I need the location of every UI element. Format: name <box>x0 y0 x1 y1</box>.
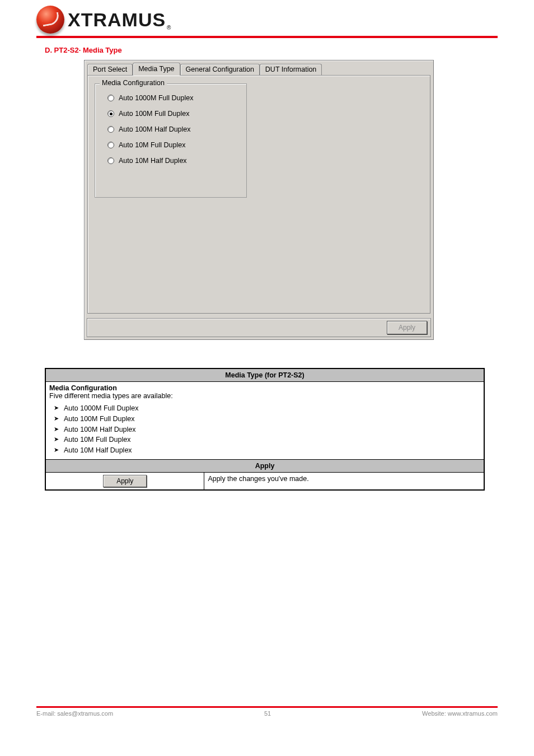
tab-label: Port Select <box>93 66 127 73</box>
logo-ball-icon <box>36 6 64 34</box>
page-footer: E-mail: sales@xtramus.com 51 Website: ww… <box>36 706 498 717</box>
radio-auto-100m-full[interactable]: Auto 100M Full Duplex <box>107 110 246 118</box>
table-header-apply: Apply <box>45 459 484 472</box>
radio-auto-10m-half[interactable]: Auto 10M Half Duplex <box>107 157 246 165</box>
tab-media-type[interactable]: Media Type <box>133 63 180 76</box>
list-item-label: Auto 100M Full Duplex <box>64 415 134 423</box>
footer-center: 51 <box>264 710 271 717</box>
radio-auto-1000m-full[interactable]: Auto 1000M Full Duplex <box>107 94 246 102</box>
media-config-cell: Media Configuration Five different media… <box>45 382 484 460</box>
list-item: Auto 100M Half Duplex <box>54 424 480 435</box>
apply-button-label: Apply <box>399 324 415 332</box>
media-intro: Five different media types are available… <box>49 392 480 400</box>
media-title: Media Configuration <box>49 384 117 392</box>
tab-label: Media Type <box>138 65 174 73</box>
list-item: Auto 100M Full Duplex <box>54 414 480 424</box>
groupbox-title: Media Configuration <box>100 79 167 87</box>
radio-auto-100m-half[interactable]: Auto 100M Half Duplex <box>107 125 246 133</box>
radio-label: Auto 100M Half Duplex <box>119 125 191 133</box>
tab-label: General Configuration <box>186 66 254 73</box>
radio-icon <box>107 157 114 164</box>
radio-icon <box>107 95 114 101</box>
config-window: Port Select Media Type General Configura… <box>84 60 434 340</box>
radio-label: Auto 10M Full Duplex <box>119 141 186 149</box>
list-item-label: Auto 100M Half Duplex <box>64 426 136 433</box>
table-header-media: Media Type (for PT2-S2) <box>45 368 484 382</box>
description-table: Media Type (for PT2-S2) Media Configurat… <box>45 368 485 491</box>
brand-reg: ® <box>167 25 171 31</box>
brand-logo: XTRAMUS® <box>36 6 498 36</box>
radio-icon <box>107 126 114 133</box>
footer-left: E-mail: sales@xtramus.com <box>36 710 113 717</box>
radio-icon <box>107 142 114 148</box>
apply-text: Apply the changes you've made. <box>204 472 484 490</box>
apply-button[interactable]: Apply <box>387 321 427 334</box>
list-item: Auto 10M Full Duplex <box>54 435 480 445</box>
section-title: D. PT2-S2· Media Type <box>45 46 534 54</box>
apply-mini-label: Apply <box>116 477 133 485</box>
radio-label: Auto 100M Full Duplex <box>119 110 189 118</box>
list-item-label: Auto 1000M Full Duplex <box>64 404 138 412</box>
footer-right: Website: www.xtramus.com <box>422 710 498 717</box>
apply-mini-button[interactable]: Apply <box>103 475 147 487</box>
header-rule <box>36 36 498 38</box>
radio-label: Auto 10M Half Duplex <box>119 157 187 165</box>
radio-icon <box>107 110 114 117</box>
list-item-label: Auto 10M Full Duplex <box>64 436 131 444</box>
radio-label: Auto 1000M Full Duplex <box>119 94 193 102</box>
apply-btn-cell: Apply <box>45 472 204 490</box>
radio-auto-10m-full[interactable]: Auto 10M Full Duplex <box>107 141 246 149</box>
tab-panel: Media Configuration Auto 1000M Full Dupl… <box>87 75 430 314</box>
tab-bar: Port Select Media Type General Configura… <box>87 63 322 76</box>
window-bottom-bar: Apply <box>87 318 431 337</box>
tab-label: DUT Information <box>265 66 316 73</box>
list-item-label: Auto 10M Half Duplex <box>64 446 132 454</box>
brand-name: XTRAMUS <box>68 9 166 30</box>
list-item: Auto 10M Half Duplex <box>54 445 480 456</box>
media-config-group: Media Configuration Auto 1000M Full Dupl… <box>95 83 247 198</box>
radio-list: Auto 1000M Full Duplex Auto 100M Full Du… <box>95 84 246 165</box>
media-items-list: Auto 1000M Full Duplex Auto 100M Full Du… <box>54 403 480 456</box>
list-item: Auto 1000M Full Duplex <box>54 403 480 414</box>
